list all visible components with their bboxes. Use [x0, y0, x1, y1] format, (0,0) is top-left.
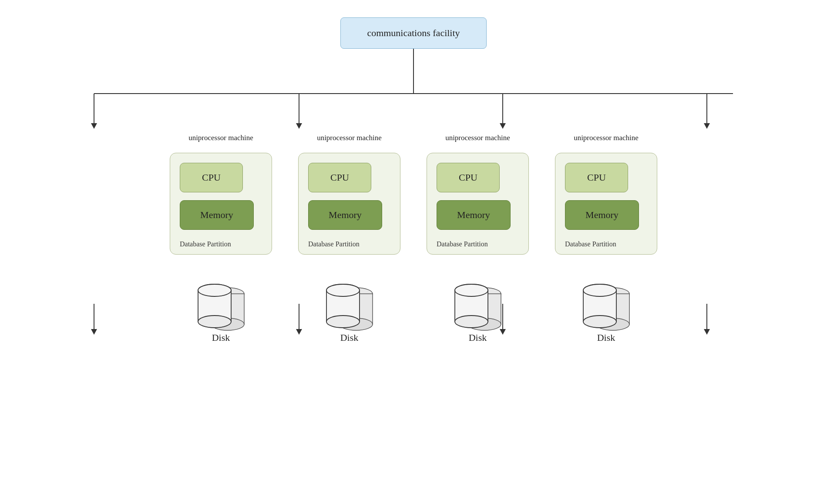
diagram: communications facility uniprocessor mac…	[0, 0, 827, 504]
svg-point-24	[198, 284, 231, 296]
machine-2-label: uniprocessor machine	[317, 134, 382, 142]
svg-point-44	[583, 316, 616, 328]
machine-3-cpu: CPU	[437, 163, 500, 192]
svg-marker-17	[704, 329, 710, 335]
machine-3: uniprocessor machine CPU Memory Database…	[427, 134, 529, 343]
machines-row: uniprocessor machine CPU Memory Database…	[170, 134, 657, 343]
machine-3-memory: Memory	[437, 200, 511, 230]
svg-marker-9	[704, 123, 710, 129]
machine-3-label: uniprocessor machine	[445, 134, 510, 142]
machine-1: uniprocessor machine CPU Memory Database…	[170, 134, 272, 343]
machine-2-disk-area: Disk	[315, 280, 384, 343]
machine-4-box: CPU Memory Database Partition	[555, 153, 657, 255]
communications-facility-box: communications facility	[340, 17, 486, 49]
svg-marker-6	[91, 123, 97, 129]
machine-3-box: CPU Memory Database Partition	[427, 153, 529, 255]
svg-point-30	[326, 316, 360, 328]
machine-2-disk-icon	[315, 280, 384, 336]
machine-2-disk-label: Disk	[340, 332, 359, 343]
svg-point-45	[583, 284, 616, 296]
communications-facility-label: communications facility	[367, 27, 460, 38]
machine-2-memory: Memory	[308, 200, 382, 230]
machine-4-disk-label: Disk	[597, 332, 615, 343]
svg-point-37	[455, 316, 488, 328]
machine-2-partition: Database Partition	[308, 240, 360, 248]
machine-1-label: uniprocessor machine	[188, 134, 253, 142]
machine-3-partition: Database Partition	[437, 240, 488, 248]
machine-4: uniprocessor machine CPU Memory Database…	[555, 134, 657, 343]
machine-2: uniprocessor machine CPU Memory Database…	[298, 134, 400, 343]
machine-4-memory: Memory	[565, 200, 639, 230]
machine-4-disk-area: Disk	[572, 280, 641, 343]
svg-point-31	[326, 284, 360, 296]
machine-1-partition: Database Partition	[180, 240, 231, 248]
machine-4-disk-icon	[572, 280, 641, 336]
machine-1-cpu: CPU	[180, 163, 243, 192]
svg-marker-8	[500, 123, 506, 129]
machine-1-disk-icon	[186, 280, 256, 336]
machine-3-disk-icon	[443, 280, 513, 336]
machine-4-partition: Database Partition	[565, 240, 616, 248]
machine-4-cpu: CPU	[565, 163, 628, 192]
machine-1-box: CPU Memory Database Partition	[170, 153, 272, 255]
svg-point-23	[198, 316, 231, 328]
machine-3-disk-area: Disk	[443, 280, 513, 343]
machine-1-disk-label: Disk	[212, 332, 230, 343]
machine-4-label: uniprocessor machine	[574, 134, 639, 142]
machine-2-cpu: CPU	[308, 163, 371, 192]
machine-3-disk-label: Disk	[469, 332, 487, 343]
machine-1-memory: Memory	[180, 200, 254, 230]
machine-2-box: CPU Memory Database Partition	[298, 153, 400, 255]
machine-1-disk-area: Disk	[186, 280, 256, 343]
svg-point-38	[455, 284, 488, 296]
svg-marker-11	[91, 329, 97, 335]
svg-marker-7	[296, 123, 302, 129]
